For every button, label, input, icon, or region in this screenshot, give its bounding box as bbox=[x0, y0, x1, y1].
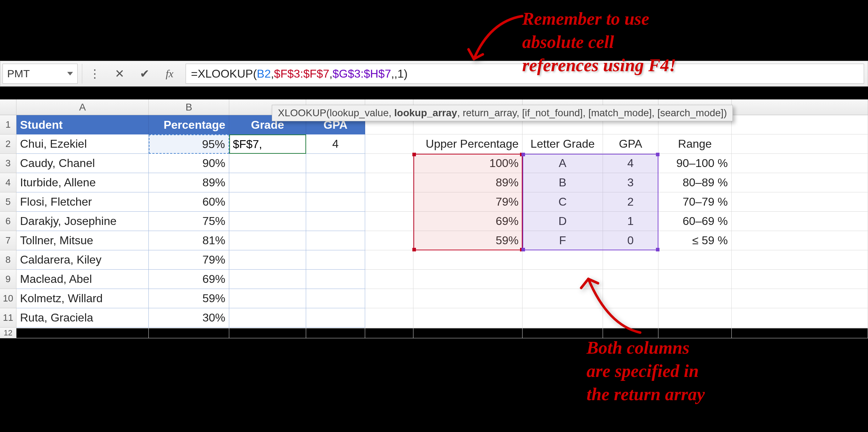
cell-percentage[interactable]: 81% bbox=[149, 231, 229, 250]
cell[interactable] bbox=[732, 270, 868, 289]
cell[interactable] bbox=[229, 270, 306, 289]
lookup-range[interactable]: 70–79 % bbox=[658, 192, 732, 212]
cell[interactable] bbox=[732, 328, 868, 338]
cell[interactable] bbox=[658, 308, 732, 328]
cell[interactable] bbox=[603, 250, 658, 270]
row-header[interactable]: 8 bbox=[0, 250, 16, 270]
cell-student[interactable]: Iturbide, Allene bbox=[16, 173, 149, 192]
cell[interactable] bbox=[413, 270, 523, 289]
cell-percentage[interactable]: 89% bbox=[149, 173, 229, 192]
cell-student[interactable]: Tollner, Mitsue bbox=[16, 231, 149, 250]
cancel-button[interactable]: ✕ bbox=[107, 64, 132, 84]
cell[interactable] bbox=[306, 231, 365, 250]
cell[interactable] bbox=[732, 192, 868, 212]
cell[interactable] bbox=[306, 212, 365, 231]
cell[interactable] bbox=[732, 308, 868, 328]
cell[interactable] bbox=[365, 250, 413, 270]
cell[interactable] bbox=[306, 328, 365, 338]
cell[interactable] bbox=[365, 192, 413, 212]
fbar-expand-icon[interactable]: ⋮ bbox=[82, 64, 107, 84]
cell[interactable] bbox=[658, 250, 732, 270]
cell[interactable] bbox=[658, 270, 732, 289]
cell[interactable] bbox=[306, 289, 365, 308]
cell[interactable] bbox=[365, 270, 413, 289]
cell[interactable] bbox=[16, 328, 149, 338]
cell[interactable] bbox=[229, 231, 306, 250]
lookup-range[interactable]: ≤ 59 % bbox=[658, 231, 732, 250]
lookup-grade[interactable]: A bbox=[523, 154, 603, 173]
cell[interactable] bbox=[229, 154, 306, 173]
lookup-header-grade[interactable]: Letter Grade bbox=[523, 134, 603, 154]
row-header[interactable]: 5 bbox=[0, 192, 16, 212]
cell[interactable] bbox=[306, 308, 365, 328]
cell[interactable] bbox=[365, 173, 413, 192]
cell[interactable] bbox=[229, 289, 306, 308]
cell[interactable] bbox=[149, 328, 229, 338]
cell[interactable] bbox=[603, 308, 658, 328]
cell[interactable] bbox=[603, 289, 658, 308]
cell[interactable] bbox=[306, 270, 365, 289]
lookup-header-range[interactable]: Range bbox=[658, 134, 732, 154]
cell-percentage[interactable]: 59% bbox=[149, 289, 229, 308]
row-header[interactable]: 12 bbox=[0, 328, 16, 338]
cell[interactable] bbox=[732, 231, 868, 250]
cell[interactable] bbox=[229, 328, 306, 338]
cell[interactable] bbox=[229, 212, 306, 231]
cell[interactable] bbox=[229, 308, 306, 328]
cell-student[interactable]: Maclead, Abel bbox=[16, 270, 149, 289]
lookup-grade[interactable]: D bbox=[523, 212, 603, 231]
header-student[interactable]: Student bbox=[16, 115, 149, 134]
cell[interactable] bbox=[658, 289, 732, 308]
cell[interactable] bbox=[523, 250, 603, 270]
lookup-gpa[interactable]: 3 bbox=[603, 173, 658, 192]
row-header[interactable]: 1 bbox=[0, 115, 16, 134]
lookup-gpa[interactable]: 0 bbox=[603, 231, 658, 250]
lookup-upper[interactable]: 59% bbox=[413, 231, 523, 250]
name-box[interactable]: PMT bbox=[3, 64, 78, 84]
lookup-gpa[interactable]: 4 bbox=[603, 154, 658, 173]
cell[interactable] bbox=[365, 328, 413, 338]
cell-percentage[interactable]: 90% bbox=[149, 154, 229, 173]
lookup-upper[interactable]: 69% bbox=[413, 212, 523, 231]
lookup-grade[interactable]: B bbox=[523, 173, 603, 192]
row-header[interactable]: 9 bbox=[0, 270, 16, 289]
col-header-B[interactable]: B bbox=[149, 99, 229, 115]
cell[interactable] bbox=[306, 192, 365, 212]
row-header[interactable]: 3 bbox=[0, 154, 16, 173]
cell-percentage[interactable]: 79% bbox=[149, 250, 229, 270]
cell[interactable] bbox=[732, 115, 868, 134]
cell-student[interactable]: Darakjy, Josephine bbox=[16, 212, 149, 231]
cell-gpa[interactable]: 4 bbox=[306, 134, 365, 154]
cell[interactable] bbox=[732, 289, 868, 308]
cell-percentage[interactable]: 60% bbox=[149, 192, 229, 212]
cell[interactable] bbox=[732, 134, 868, 154]
cell-percentage[interactable]: 75% bbox=[149, 212, 229, 231]
lookup-range[interactable]: 90–100 % bbox=[658, 154, 732, 173]
cell-student[interactable]: Chui, Ezekiel bbox=[16, 134, 149, 154]
cell[interactable] bbox=[365, 212, 413, 231]
cell-percentage[interactable]: 30% bbox=[149, 308, 229, 328]
cell-percentage[interactable]: 95% bbox=[149, 134, 229, 154]
cell[interactable] bbox=[229, 192, 306, 212]
row-header[interactable]: 7 bbox=[0, 231, 16, 250]
cell[interactable] bbox=[365, 154, 413, 173]
cell-student[interactable]: Caudy, Chanel bbox=[16, 154, 149, 173]
cell-student[interactable]: Kolmetz, Willard bbox=[16, 289, 149, 308]
lookup-upper[interactable]: 100% bbox=[413, 154, 523, 173]
spreadsheet-grid[interactable]: A B 1 Student Percentage Grade GPA 2 Ch bbox=[0, 99, 868, 328]
cell[interactable] bbox=[413, 250, 523, 270]
cell[interactable] bbox=[523, 270, 603, 289]
lookup-header-upper[interactable]: Upper Percentage bbox=[413, 134, 523, 154]
lookup-header-gpa[interactable]: GPA bbox=[603, 134, 658, 154]
cell[interactable] bbox=[413, 308, 523, 328]
cell[interactable] bbox=[413, 328, 523, 338]
row-header[interactable]: 11 bbox=[0, 308, 16, 328]
row-header[interactable]: 2 bbox=[0, 134, 16, 154]
lookup-upper[interactable]: 89% bbox=[413, 173, 523, 192]
lookup-gpa[interactable]: 1 bbox=[603, 212, 658, 231]
cell[interactable] bbox=[523, 289, 603, 308]
cell-student[interactable]: Caldarera, Kiley bbox=[16, 250, 149, 270]
cell[interactable] bbox=[365, 231, 413, 250]
col-header-A[interactable]: A bbox=[16, 99, 149, 115]
cell[interactable] bbox=[732, 154, 868, 173]
